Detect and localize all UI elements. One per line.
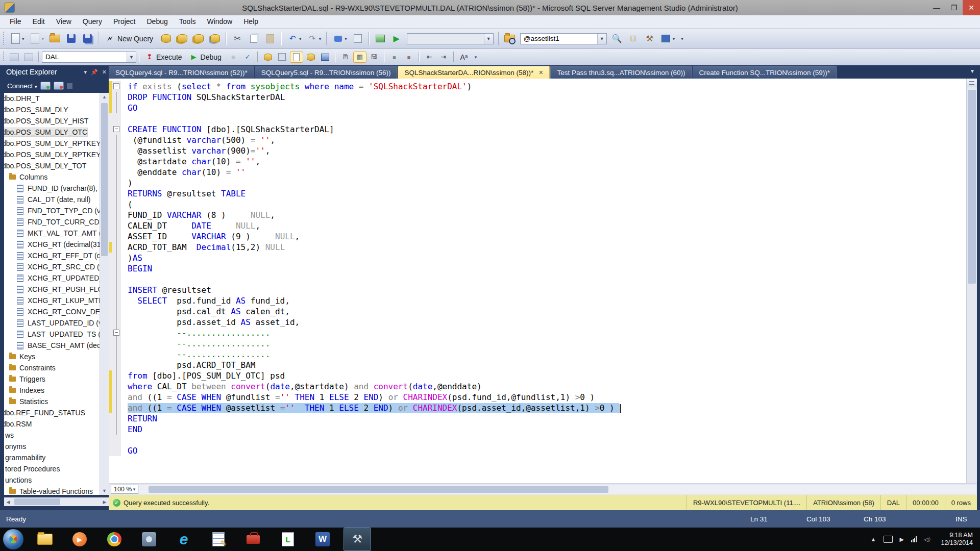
tab[interactable]: SQLQuery5.sql - R9...TRION\ssimon (56)) [255,66,398,79]
code-line[interactable]: RETURNS @resultset TABLE [109,188,967,199]
navigate-dropdown-button[interactable]: ▾ [330,32,349,45]
editor-vertical-scrollbar[interactable] [966,79,977,484]
scrollbar-thumb[interactable] [968,90,976,284]
tab[interactable]: SQLQuery4.sql - R9...TRION\ssimon (52))* [109,66,254,79]
debug-button[interactable]: ▶ Debug [187,52,226,63]
new-query-button[interactable]: 🗲 New Query [102,32,157,45]
menu-project[interactable]: Project [108,15,141,28]
scroll-right-icon[interactable]: ▶ [101,497,109,506]
tree-item[interactable]: CAL_DT (date, null) [4,194,109,205]
panel-close-icon[interactable]: ✕ [102,69,107,76]
query-options-button[interactable] [276,52,289,63]
code-line[interactable]: END [109,424,967,435]
code-line[interactable]: )AS [109,253,967,263]
code-line[interactable]: GO [109,103,967,113]
object-explorer-tree[interactable]: dbo.DHR_Tdbo.POS_SUM_DLYdbo.POS_SUM_DLY_… [4,93,109,495]
tree-item[interactable]: XCHG_RT_UPDATED_ [4,272,109,284]
tree-item[interactable]: XCHG_RT_CONV_DES [4,306,109,317]
tree-item[interactable]: unctions [4,474,109,486]
tree-item[interactable]: dbo.REF_FUND_STATUS [4,407,109,418]
toolbar-empty-combo[interactable]: ▼ [407,33,494,44]
tree-item[interactable]: dbo.POS_SUM_DLY_HIST [4,115,109,127]
fold-collapse-icon[interactable]: − [113,330,119,336]
scroll-down-icon[interactable]: ▼ [100,487,109,495]
disconnect-server-icon[interactable] [54,82,64,90]
tree-item[interactable]: FND_TOT_CURR_CD ( [4,216,109,228]
copy-button[interactable] [246,32,261,45]
code-line[interactable]: --................. [109,349,967,360]
taskbar-ssms-active[interactable]: ⚒ [344,528,371,550]
code-line[interactable]: BEGIN [109,263,967,274]
taskbar-libreoffice[interactable]: L [275,528,301,550]
new-file-dropdown-button[interactable]: ▾ [8,32,27,45]
tree-item[interactable]: FND_TOT_TYP_CD (va [4,205,109,216]
change-connection-button[interactable] [22,52,35,63]
include-client-statistics-button[interactable] [318,52,332,63]
tab-active[interactable]: SQLShackStarterDA...RION\ssimon (58))*✕ [398,66,550,79]
tree-item[interactable]: dbo.POS_SUM_DLY_OTC [4,127,109,138]
quick-find-button[interactable]: 🔍 [609,32,625,45]
connect-query-button[interactable] [8,52,21,63]
menu-debug[interactable]: Debug [141,15,173,28]
tray-expand-icon[interactable]: ▲ [871,536,876,542]
display-estimated-plan-button[interactable] [261,52,275,63]
code-line[interactable]: psd.ACRD_TOT_BAM [109,360,967,370]
scrollbar-thumb[interactable] [101,103,108,256]
menu-edit[interactable]: Edit [27,15,51,28]
results-to-file-button[interactable]: 🖫 [368,52,381,63]
tab[interactable]: Create Function SQ...TRION\ssimon (59))* [693,66,837,79]
execute-button[interactable]: ❢ Execute [143,52,186,63]
tree-item[interactable]: Table-valued Functions [4,486,109,495]
code-line[interactable]: from [dbo].[POS_SUM_DLY_OTC] psd [109,370,967,381]
code-line[interactable]: --................. [109,338,967,349]
tree-item[interactable]: Keys [4,351,109,362]
tree-item[interactable]: XCHG_RT (decimal(31 [4,239,109,250]
code-line[interactable]: and ((1 = CASE WHEN @fundlist ='' THEN 1… [109,392,967,403]
fold-collapse-icon[interactable]: − [113,126,119,132]
zoom-control[interactable]: 100 %▼ [111,485,138,494]
tray-volume-icon[interactable]: ◁〉 [924,536,934,543]
taskbar-file-explorer[interactable] [32,528,58,550]
undo-button[interactable]: ↶▾ [285,32,304,45]
panel-menu-icon[interactable]: ▾ [84,69,87,76]
scrollbar-thumb[interactable] [14,498,60,505]
save-button[interactable] [63,32,79,45]
scrollbar-thumb[interactable] [149,486,608,493]
tree-item[interactable]: dbo.POS_SUM_DLY_RPTKEY [4,138,109,149]
mdx-query-button[interactable] [175,32,190,45]
database-engine-query-button[interactable] [158,32,174,45]
tree-item[interactable]: FUND_ID (varchar(8), [4,183,109,194]
code-line[interactable]: RETURN [109,413,967,424]
tab[interactable]: Test Pass thru3.sq...ATRION\ssimon (60)) [550,66,692,79]
menu-query[interactable]: Query [77,15,108,28]
window-layout-button[interactable]: ▾ [658,32,677,45]
code-line[interactable]: CALEN_DT DATE NULL, [109,220,967,231]
tree-item[interactable]: XCHG_RT_EFF_DT (da [4,250,109,261]
code-line[interactable]: where CAL_DT between convert(date,@start… [109,381,967,392]
tab-list-dropdown-icon[interactable]: ▼ [970,68,975,74]
include-actual-plan-button[interactable] [304,52,317,63]
maximize-button[interactable]: ❐ [945,0,963,15]
code-editor[interactable]: −if exists (select * from sysobjects whe… [109,79,977,484]
code-line[interactable]: −if exists (select * from sysobjects whe… [109,81,967,92]
code-line[interactable] [109,435,967,445]
tree-item[interactable]: dbo.POS_SUM_DLY_RPTKEY [4,149,109,160]
tree-item[interactable]: XCHG_RT_LKUP_MTH [4,295,109,306]
code-line[interactable]: and ((1 = CASE WHEN @assetlist ='' THEN … [109,403,967,413]
taskbar-word[interactable]: W [309,528,336,550]
toolbar-options-button[interactable]: ▾ [678,35,685,42]
code-line[interactable]: @enddate char(10) = '' [109,167,967,178]
code-line[interactable]: ACRD_TOT_BAM Decimal(15,2) NULL [109,242,967,253]
tree-item[interactable]: Constraints [4,362,109,373]
redo-button[interactable]: ↷▾ [305,32,324,45]
paste-button[interactable] [262,32,278,45]
taskbar-paint[interactable] [136,528,162,550]
tree-item[interactable]: tored Procedures [4,463,109,474]
splitter-handle-icon[interactable] [967,79,977,87]
open-file-button[interactable] [47,32,62,45]
tree-item[interactable]: onyms [4,441,109,452]
fold-collapse-icon[interactable]: − [113,83,119,89]
code-line[interactable]: @startdate char(10) = '', [109,156,967,167]
available-databases-combo[interactable]: DAL▼ [42,52,136,63]
taskbar-toolbox[interactable] [240,528,266,550]
